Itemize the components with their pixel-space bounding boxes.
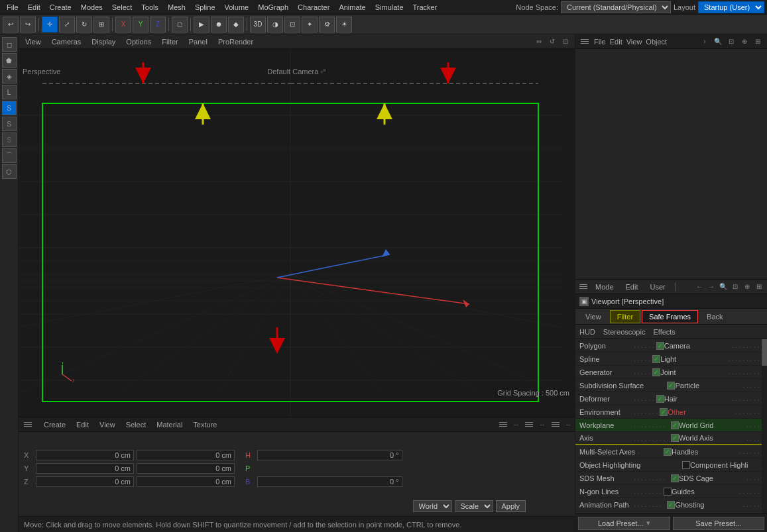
mode-back-icon[interactable]: ← (694, 282, 705, 292)
tool-curve[interactable]: ⌒ (2, 148, 17, 163)
bp-right-menu-icon2[interactable] (524, 420, 534, 429)
mode-fwd-icon[interactable]: → (706, 282, 717, 292)
bp-select[interactable]: Select (123, 419, 149, 430)
coord-x-pos[interactable] (36, 450, 134, 460)
toolbar-wire[interactable]: ⊡ (284, 17, 300, 32)
mode-btn-edit[interactable]: Edit (620, 282, 644, 292)
menu-item-spline[interactable]: Spline (191, 2, 219, 13)
apply-button[interactable]: Apply (496, 500, 526, 512)
filter-scrollbar-thumb[interactable] (762, 339, 767, 366)
vp-menu-display[interactable]: Display (89, 36, 118, 47)
mode-lock-icon[interactable]: ⊡ (730, 282, 740, 292)
toolbar-record[interactable]: ⏺ (211, 17, 227, 32)
filter-scrollbar[interactable] (762, 339, 767, 513)
menu-item-tools[interactable]: Tools (137, 2, 162, 13)
rp-file[interactable]: File (594, 38, 606, 46)
viewport-3d[interactable]: Perspective Default Camera ◦° Y X Grid S… (19, 49, 575, 417)
bp-texture[interactable]: Texture (190, 419, 219, 430)
filter-checkbox[interactable] (664, 488, 672, 496)
filter-sub-stereo[interactable]: Stereoscopic (603, 328, 646, 336)
coord-y-pos[interactable] (36, 463, 134, 474)
rp-icon-search[interactable]: 🔍 (713, 36, 723, 47)
toolbar-3d[interactable]: 3D (250, 17, 266, 32)
filter-checkbox[interactable]: ✓ (671, 421, 679, 429)
bottom-panel-menu-icon[interactable] (23, 420, 33, 429)
rp-icon-expand[interactable]: ⊞ (752, 36, 763, 47)
toolbar-select-move[interactable]: ⤢ (59, 17, 75, 32)
filter-checkbox[interactable] (682, 461, 690, 469)
tab-view[interactable]: View (578, 310, 609, 323)
mode-btn-user[interactable]: User (645, 282, 671, 292)
filter-checkbox[interactable]: ✓ (667, 382, 675, 390)
mode-settings-icon[interactable]: ⊕ (742, 282, 752, 292)
vp-menu-filter[interactable]: Filter (159, 36, 180, 47)
filter-sub-hud[interactable]: HUD (579, 328, 595, 336)
menu-item-animate[interactable]: Animate (335, 2, 369, 13)
coord-z-size[interactable] (137, 476, 235, 487)
scale-dropdown[interactable]: Scale (455, 500, 493, 512)
vp-icon-sync[interactable]: ↺ (547, 36, 558, 47)
vp-menu-view[interactable]: View (23, 36, 44, 47)
toolbar-redo[interactable]: ↪ (20, 17, 36, 32)
rp-view[interactable]: View (626, 38, 642, 46)
coord-x-size[interactable] (137, 450, 235, 460)
filter-checkbox[interactable]: ✓ (664, 448, 672, 456)
rp-menu-icon[interactable] (579, 37, 590, 46)
toolbar-xyz-x[interactable]: X (115, 17, 131, 32)
vp-menu-cameras[interactable]: Cameras (49, 36, 84, 47)
toolbar-xyz-y[interactable]: Y (133, 17, 148, 32)
tool-s3[interactable]: S (2, 133, 17, 147)
filter-checkbox[interactable]: ✓ (656, 342, 664, 350)
coord-b-val[interactable] (257, 476, 402, 487)
menu-item-file[interactable]: File (3, 2, 23, 13)
rp-object[interactable]: Object (646, 38, 667, 46)
menu-item-edit[interactable]: Edit (24, 2, 44, 13)
vp-menu-prorender[interactable]: ProRender (215, 36, 256, 47)
bp-view[interactable]: View (97, 419, 118, 430)
toolbar-render2[interactable]: ☀ (336, 17, 352, 32)
save-preset-btn[interactable]: Save Preset... (673, 517, 765, 530)
node-space-select[interactable]: Current (Standard/Physical) (561, 1, 671, 13)
bp-material[interactable]: Material (154, 419, 185, 430)
tool-sculpt[interactable]: ◈ (2, 69, 17, 83)
viewport-container[interactable]: View Cameras Display Options Filter Pane… (19, 34, 575, 417)
mode-expand-icon[interactable]: ⊞ (754, 282, 764, 292)
coord-h-val[interactable] (257, 450, 402, 460)
world-dropdown[interactable]: World (413, 500, 452, 512)
tab-back[interactable]: Back (699, 310, 730, 323)
mode-search-icon[interactable]: 🔍 (718, 282, 729, 292)
filter-checkbox[interactable]: ✓ (660, 408, 668, 416)
menu-item-mesh[interactable]: Mesh (164, 2, 190, 13)
toolbar-play[interactable]: ▶ (194, 17, 209, 32)
tool-model[interactable]: ◻ (2, 37, 17, 52)
menu-item-create[interactable]: Create (46, 2, 76, 13)
mode-bar-icon[interactable] (578, 282, 589, 291)
menu-item-tracker[interactable]: Tracker (409, 2, 442, 13)
tab-safe-frames[interactable]: Safe Frames (642, 310, 698, 323)
toolbar-settings[interactable]: ⚙ (319, 17, 335, 32)
tool-deform[interactable]: ⬡ (2, 164, 17, 179)
vp-icon-maximize[interactable]: ⊡ (560, 36, 571, 47)
load-preset-btn[interactable]: Load Preset... ▾ (578, 517, 670, 530)
toolbar-cube[interactable]: ◻ (172, 17, 188, 32)
menu-item-modes[interactable]: Modes (77, 2, 107, 13)
menu-item-volume[interactable]: Volume (221, 2, 253, 13)
tool-s2[interactable]: S (2, 117, 17, 131)
vp-menu-options[interactable]: Options (123, 36, 154, 47)
filter-checkbox[interactable]: ✓ (652, 355, 660, 363)
rp-icon-arrow-right[interactable]: › (699, 36, 710, 47)
bp-right-menu-icon3[interactable] (550, 420, 561, 429)
menu-item-character[interactable]: Character (294, 2, 333, 13)
bp-right-menu-icon1[interactable] (498, 420, 508, 429)
filter-sub-effects[interactable]: Effects (653, 328, 675, 336)
tab-filter[interactable]: Filter (610, 310, 640, 323)
menu-item-select[interactable]: Select (108, 2, 137, 13)
coord-z-pos[interactable] (36, 476, 134, 487)
filter-checkbox[interactable]: ✓ (671, 434, 679, 442)
vp-menu-panel[interactable]: Panel (186, 36, 210, 47)
toolbar-rotate[interactable]: ↻ (76, 17, 92, 32)
toolbar-scale[interactable]: ⊞ (93, 17, 109, 32)
tool-s1[interactable]: S (2, 101, 17, 115)
rp-icon-settings[interactable]: ⊕ (739, 36, 750, 47)
tool-edge[interactable]: L (2, 85, 17, 99)
